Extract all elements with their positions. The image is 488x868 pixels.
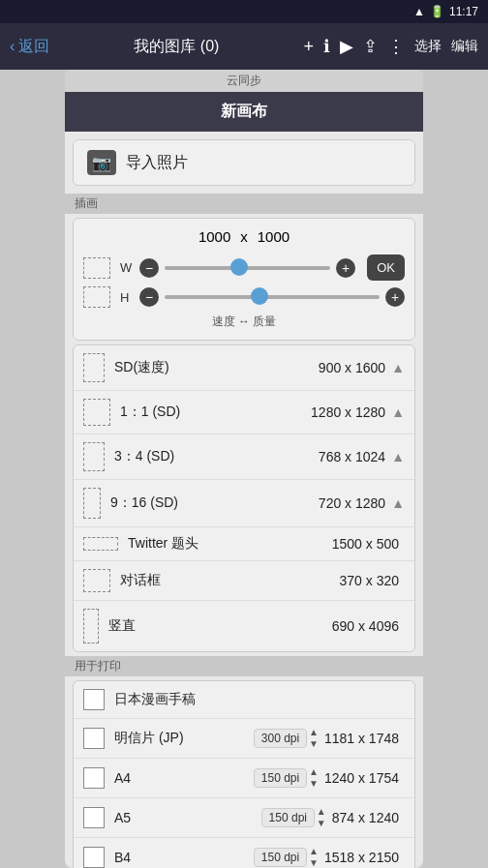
preset-size-0: 900 x 1600	[319, 360, 385, 375]
preset-item-sd-speed[interactable]: SD(速度) 900 x 1600 ▲	[74, 345, 414, 391]
width-slider-thumb[interactable]	[230, 258, 248, 276]
print-item-b4[interactable]: B4 150 dpi ▲ ▼ 1518 x 2150	[74, 838, 414, 868]
import-photo-section[interactable]: 📷 导入照片	[73, 139, 415, 186]
nav-actions: + ℹ ▶ ⇪ ⋮ 选择 编辑	[303, 36, 478, 57]
width-plus-button[interactable]: +	[336, 258, 355, 278]
a5-size: 874 x 1240	[332, 810, 399, 825]
postcard-dpi-up[interactable]: ▲	[309, 727, 319, 738]
modal-body: 📷 导入照片 插画 1000 x 1000 W −	[65, 132, 423, 868]
b4-dpi-arrows[interactable]: ▲ ▼	[309, 846, 319, 868]
speed-quality-label: 速度 ↔ 质量	[83, 314, 405, 330]
back-label: 返回	[18, 37, 49, 57]
a5-dpi: 150 dpi	[261, 808, 315, 827]
height-slider[interactable]	[165, 295, 380, 299]
preset-item-twitter[interactable]: Twitter 题头 1500 x 500	[74, 527, 414, 561]
preset-size-3: 720 x 1280	[319, 495, 385, 511]
width-label: W	[120, 260, 134, 275]
postcard-dpi-down[interactable]: ▼	[309, 738, 319, 750]
height-slider-thumb[interactable]	[251, 287, 268, 305]
a4-dpi-down[interactable]: ▼	[309, 778, 319, 790]
a5-dpi-down[interactable]: ▼	[317, 818, 326, 829]
width-slider-row: W − + OK	[83, 254, 405, 281]
postcard-dpi-wrapper: 300 dpi ▲ ▼	[254, 727, 319, 750]
preset-item-3-4-sd[interactable]: 3：4 (SD) 768 x 1024 ▲	[74, 434, 414, 480]
preset-thumb-dialog	[83, 569, 110, 592]
time: 11:17	[449, 5, 478, 18]
print-item-a5[interactable]: A5 150 dpi ▲ ▼ 874 x 1240	[74, 798, 414, 838]
a5-dpi-up[interactable]: ▲	[317, 806, 326, 818]
b4-dpi-down[interactable]: ▼	[309, 857, 319, 868]
a5-name: A5	[114, 810, 261, 825]
width-minus-button[interactable]: −	[139, 258, 159, 278]
preset-size-2: 768 x 1024	[319, 449, 385, 464]
a4-checkbox[interactable]	[83, 767, 105, 789]
height-plus-button[interactable]: +	[385, 287, 405, 307]
b4-dpi-wrapper: 150 dpi ▲ ▼	[254, 846, 319, 868]
preset-item-vertical[interactable]: 竖直 690 x 4096	[74, 601, 414, 651]
preset-arrow-3: ▲	[391, 495, 405, 511]
preset-item-9-16-sd[interactable]: 9：16 (SD) 720 x 1280 ▲	[74, 480, 414, 527]
b4-size: 1518 x 2150	[324, 850, 399, 865]
a4-dpi-up[interactable]: ▲	[309, 766, 319, 778]
preset-item-dialog[interactable]: 对话框 370 x 320	[74, 561, 414, 601]
preset-thumb-9-16	[83, 488, 101, 519]
preset-size-1: 1280 x 1280	[311, 404, 385, 420]
back-chevron-icon: ‹	[10, 38, 15, 55]
play-button[interactable]: ▶	[340, 36, 353, 57]
back-button[interactable]: ‹ 返回	[10, 37, 49, 57]
more-button[interactable]: ⋮	[387, 36, 405, 57]
nav-title: 我的图库 (0)	[49, 37, 303, 57]
preset-size-5: 370 x 320	[340, 573, 400, 588]
width-slider[interactable]	[165, 266, 330, 270]
postcard-dpi-arrows[interactable]: ▲ ▼	[309, 727, 319, 750]
preset-name-6: 竖直	[108, 617, 332, 635]
print-item-manga[interactable]: 日本漫画手稿	[74, 681, 414, 719]
a4-dpi-arrows[interactable]: ▲ ▼	[309, 766, 319, 790]
preset-thumb-1-1	[83, 399, 110, 426]
preset-arrow-2: ▲	[391, 449, 405, 464]
width-thumb-icon	[83, 257, 110, 279]
print-item-postcard[interactable]: 明信片 (JP) 300 dpi ▲ ▼ 1181 x 1748	[74, 719, 414, 759]
share-button[interactable]: ⇪	[363, 36, 378, 57]
postcard-checkbox[interactable]	[83, 728, 105, 749]
preset-thumb-vertical	[83, 609, 99, 644]
preset-list: SD(速度) 900 x 1600 ▲ 1：1 (SD) 1280 x 1280…	[73, 344, 415, 652]
status-icons: ▲ 🔋 11:17	[413, 5, 478, 18]
a5-checkbox[interactable]	[83, 807, 105, 828]
preset-thumb-sd	[83, 353, 105, 382]
height-value: 1000	[258, 228, 290, 245]
camera-icon: 📷	[87, 150, 116, 175]
preset-arrow-0: ▲	[391, 360, 405, 375]
add-button[interactable]: +	[303, 37, 314, 57]
info-button[interactable]: ℹ	[323, 36, 330, 57]
section-illustration-label: 插画	[65, 194, 423, 214]
a4-dpi: 150 dpi	[254, 768, 307, 788]
preset-name-0: SD(速度)	[114, 359, 319, 376]
a5-dpi-arrows[interactable]: ▲ ▼	[317, 806, 326, 829]
b4-dpi-up[interactable]: ▲	[309, 846, 319, 857]
preset-size-4: 1500 x 500	[332, 536, 399, 552]
print-item-a4[interactable]: A4 150 dpi ▲ ▼ 1240 x 1754	[74, 759, 414, 798]
height-label: H	[120, 290, 134, 305]
preset-name-4: Twitter 题头	[128, 535, 332, 553]
preset-size-6: 690 x 4096	[332, 618, 399, 634]
preset-name-3: 9：16 (SD)	[110, 494, 319, 512]
manga-name: 日本漫画手稿	[114, 691, 405, 708]
a4-name: A4	[114, 770, 254, 786]
manga-checkbox[interactable]	[83, 689, 105, 710]
select-button[interactable]: 选择	[414, 38, 442, 55]
b4-checkbox[interactable]	[83, 847, 105, 868]
cloud-sync-bar: 云同步	[65, 70, 423, 92]
size-separator: x	[240, 228, 248, 245]
ok-button[interactable]: OK	[367, 254, 405, 281]
import-label: 导入照片	[126, 153, 188, 173]
new-canvas-modal: 云同步 新画布 📷 导入照片 插画 1000 x 1000 W	[65, 70, 423, 868]
height-minus-button[interactable]: −	[139, 287, 159, 307]
edit-button[interactable]: 编辑	[451, 38, 478, 55]
preset-name-2: 3：4 (SD)	[114, 448, 319, 465]
preset-item-1-1-sd[interactable]: 1：1 (SD) 1280 x 1280 ▲	[74, 391, 414, 434]
modal-header: 新画布	[65, 92, 423, 132]
postcard-name: 明信片 (JP)	[114, 730, 254, 747]
preset-name-5: 对话框	[120, 572, 340, 589]
postcard-size: 1181 x 1748	[324, 731, 399, 746]
